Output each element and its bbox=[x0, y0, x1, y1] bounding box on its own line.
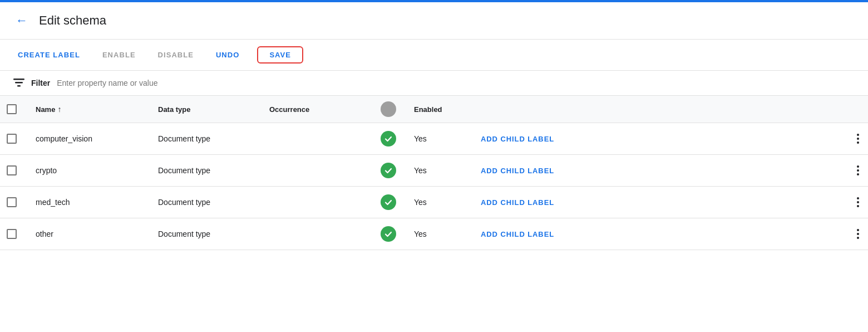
dot-icon bbox=[857, 169, 859, 172]
dot-icon bbox=[857, 229, 859, 231]
table: Name ↑ Data type Occurrence Enabled comp… bbox=[0, 96, 868, 250]
row-action-1: ADD CHILD LABEL bbox=[474, 167, 846, 175]
row-checkbox-1[interactable] bbox=[7, 165, 17, 175]
row-datatype-1: Document type bbox=[151, 166, 263, 175]
green-check-icon-0 bbox=[381, 131, 396, 147]
row-status-3 bbox=[374, 226, 407, 242]
header-checkbox[interactable] bbox=[7, 104, 17, 114]
row-datatype-3: Document type bbox=[151, 230, 263, 238]
add-child-label-button-1[interactable]: ADD CHILD LABEL bbox=[481, 167, 554, 175]
dot-icon bbox=[857, 173, 859, 175]
row-checkbox-0[interactable] bbox=[7, 134, 17, 144]
row-name-1: crypto bbox=[29, 166, 151, 175]
row-more-2 bbox=[846, 195, 868, 209]
green-check-icon-3 bbox=[381, 226, 396, 242]
dot-icon bbox=[857, 134, 859, 136]
table-body: computer_vision Document type Yes ADD CH… bbox=[0, 123, 868, 250]
row-checkbox-3[interactable] bbox=[7, 229, 17, 239]
dot-icon bbox=[857, 201, 859, 203]
row-action-3: ADD CHILD LABEL bbox=[474, 230, 846, 238]
more-menu-button-1[interactable] bbox=[852, 163, 864, 178]
more-menu-button-3[interactable] bbox=[852, 227, 864, 241]
header-name: Name ↑ bbox=[29, 105, 151, 114]
table-row: other Document type Yes ADD CHILD LABEL bbox=[0, 218, 868, 250]
dot-icon bbox=[857, 205, 859, 207]
row-enabled-0: Yes bbox=[407, 134, 474, 143]
row-checkbox-cell-3 bbox=[0, 229, 29, 239]
back-button[interactable]: ← bbox=[13, 11, 30, 30]
row-name-3: other bbox=[29, 230, 151, 238]
save-button[interactable]: SAVE bbox=[257, 46, 303, 64]
svg-rect-2 bbox=[17, 85, 21, 87]
sort-arrow-icon[interactable]: ↑ bbox=[57, 105, 61, 114]
more-menu-button-2[interactable] bbox=[852, 195, 864, 209]
row-action-0: ADD CHILD LABEL bbox=[474, 135, 846, 143]
row-checkbox-cell-1 bbox=[0, 165, 29, 175]
row-datatype-0: Document type bbox=[151, 134, 263, 143]
add-child-label-button-3[interactable]: ADD CHILD LABEL bbox=[481, 230, 554, 238]
filter-label: Filter bbox=[31, 79, 50, 87]
row-enabled-3: Yes bbox=[407, 230, 474, 238]
row-more-3 bbox=[846, 227, 868, 241]
header-enabled: Enabled bbox=[407, 105, 474, 114]
table-row: crypto Document type Yes ADD CHILD LABEL bbox=[0, 155, 868, 187]
dot-icon bbox=[857, 233, 859, 235]
row-status-1 bbox=[374, 163, 407, 178]
status-icon-gray bbox=[381, 101, 396, 117]
toolbar: CREATE LABEL ENABLE DISABLE UNDO SAVE bbox=[0, 40, 868, 71]
row-enabled-1: Yes bbox=[407, 166, 474, 175]
table-header: Name ↑ Data type Occurrence Enabled bbox=[0, 96, 868, 123]
header-datatype: Data type bbox=[151, 105, 263, 114]
table-row: computer_vision Document type Yes ADD CH… bbox=[0, 123, 868, 155]
dot-icon bbox=[857, 141, 859, 144]
svg-rect-0 bbox=[13, 79, 24, 80]
filter-row: Filter bbox=[0, 71, 868, 96]
row-more-0 bbox=[846, 131, 868, 146]
row-name-2: med_tech bbox=[29, 198, 151, 207]
add-child-label-button-0[interactable]: ADD CHILD LABEL bbox=[481, 135, 554, 143]
page-title: Edit schema bbox=[39, 13, 106, 28]
row-action-2: ADD CHILD LABEL bbox=[474, 198, 846, 207]
dot-icon bbox=[857, 165, 859, 168]
dot-icon bbox=[857, 197, 859, 199]
green-check-icon-1 bbox=[381, 163, 396, 178]
row-checkbox-cell-2 bbox=[0, 197, 29, 207]
row-status-2 bbox=[374, 194, 407, 210]
filter-icon bbox=[13, 79, 24, 87]
row-datatype-2: Document type bbox=[151, 198, 263, 207]
disable-button[interactable]: DISABLE bbox=[154, 47, 198, 62]
svg-rect-1 bbox=[15, 82, 23, 84]
undo-button[interactable]: UNDO bbox=[211, 47, 244, 62]
row-status-0 bbox=[374, 131, 407, 147]
row-enabled-2: Yes bbox=[407, 198, 474, 207]
header-occurrence: Occurrence bbox=[263, 105, 374, 114]
row-checkbox-2[interactable] bbox=[7, 197, 17, 207]
header-checkbox-cell bbox=[0, 104, 29, 114]
dot-icon bbox=[857, 237, 859, 239]
header: ← Edit schema bbox=[0, 2, 868, 40]
table-row: med_tech Document type Yes ADD CHILD LAB… bbox=[0, 187, 868, 218]
green-check-icon-2 bbox=[381, 194, 396, 210]
more-menu-button-0[interactable] bbox=[852, 131, 864, 146]
row-name-0: computer_vision bbox=[29, 134, 151, 143]
add-child-label-button-2[interactable]: ADD CHILD LABEL bbox=[481, 198, 554, 207]
filter-input[interactable] bbox=[57, 79, 855, 87]
row-more-1 bbox=[846, 163, 868, 178]
header-status-icon bbox=[374, 101, 407, 117]
dot-icon bbox=[857, 138, 859, 140]
create-label-button[interactable]: CREATE LABEL bbox=[13, 47, 85, 62]
enable-button[interactable]: ENABLE bbox=[98, 47, 140, 62]
row-checkbox-cell-0 bbox=[0, 134, 29, 144]
